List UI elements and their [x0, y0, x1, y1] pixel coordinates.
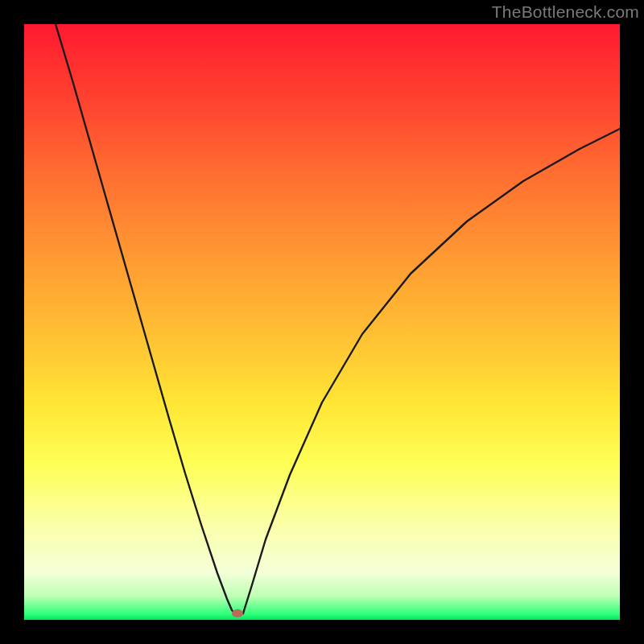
chart-gradient-canvas: [24, 24, 620, 620]
watermark-label: TheBottleneck.com: [492, 2, 639, 22]
